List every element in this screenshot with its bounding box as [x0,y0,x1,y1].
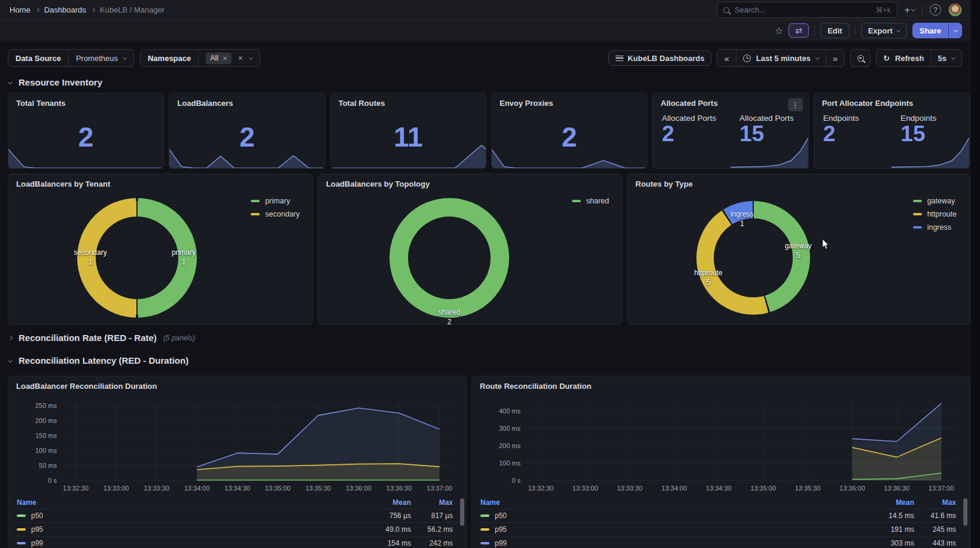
legend-column-name[interactable]: Name [17,498,364,507]
plus-icon: + [905,5,910,16]
series-mean: 154 ms [364,539,411,547]
panel-menu-icon[interactable]: ⋮ [788,98,803,111]
panel-port-allocator-endpoints: Port Allocator Endpoints Endpoints 2 End… [814,93,970,169]
legend-scrollbar[interactable] [460,498,464,526]
panel-envoy-proxies: Envoy Proxies 2 [491,93,647,169]
series-mean: 49.0 ms [364,525,411,534]
legend-item-gateway[interactable]: gateway [913,197,955,205]
export-button[interactable]: Export [861,23,907,38]
section-title: Resource Inventory [19,77,102,87]
star-icon[interactable]: ☆ [775,23,783,38]
datasource-picker: Data Source Prometheus [8,49,134,67]
panel-title[interactable]: Total Tenants [8,93,163,108]
timeseries-chart[interactable]: 13:32:3013:33:0013:33:3013:34:0013:34:30… [8,393,466,496]
series-max: 443 ms [914,539,956,547]
legend-swatch [251,200,260,202]
refresh-icon: ↻ [883,54,890,63]
section-reconciliation-rate[interactable]: Reconciliation Rate (RED - Rate) (5 pane… [0,325,980,348]
panel-title[interactable]: LoadBalancers by Tenant [8,174,312,188]
time-range-button[interactable]: Last 5 minutes [736,50,826,66]
search-input[interactable]: Search... ⌘+k [717,2,897,18]
legend-item-httproute[interactable]: httproute [913,210,957,218]
clear-all-icon[interactable]: × [237,53,244,63]
time-controls: KubeLB Dashboards « Last 5 minutes » ↻ R… [608,49,962,67]
section-reconciliation-latency[interactable]: Reconciliation Latency (RED - Duration) [0,348,980,372]
panel-title[interactable]: Port Allocator Endpoints [814,93,969,108]
refresh-interval-button[interactable]: 5s [931,50,961,66]
datasource-value[interactable]: Prometheus [69,50,133,66]
timeseries-chart[interactable]: 13:32:3013:33:0013:33:3013:34:0013:34:30… [472,393,969,496]
series-max: 41.6 ms [914,512,956,520]
datasource-label: Data Source [8,50,69,66]
legend-row-p99[interactable]: p99303 ms443 ms [480,536,961,548]
legend-row-p99[interactable]: p99154 ms242 ms [17,536,458,548]
series-name: p95 [31,525,43,534]
legend-item-secondary[interactable]: secondary [251,210,300,218]
chevron-right-icon [8,335,13,340]
edit-button[interactable]: Edit [820,23,850,38]
legend-column-mean[interactable]: Mean [364,498,411,507]
svg-text:300 ms: 300 ms [499,425,521,432]
legend-item-primary[interactable]: primary [251,197,290,205]
panel-title[interactable]: LoadBalancers by Topology [318,174,622,188]
svg-text:13:33:30: 13:33:30 [617,485,643,492]
donut-segment-label: httproute5 [694,269,722,288]
user-avatar[interactable] [948,3,962,17]
legend-column-max[interactable]: Max [914,498,956,507]
panel-title[interactable]: Total Routes [331,93,486,108]
page-scrollbar[interactable] [970,0,980,548]
series-mean: 756 µs [364,512,411,520]
breadcrumb-home[interactable]: Home [10,5,31,14]
legend-row-p95[interactable]: p95191 ms245 ms [480,522,961,536]
share-menu-button[interactable] [948,23,962,38]
legend-scrollbar[interactable] [963,498,967,526]
kubelb-dashboards-button[interactable]: KubeLB Dashboards [608,50,712,66]
clock-icon [743,54,751,62]
panel-title[interactable]: Route Reconciliation Duration [472,376,969,391]
chip-remove-icon[interactable]: × [223,54,227,63]
chevron-down-icon[interactable] [249,55,253,59]
divider [922,5,923,15]
legend-swatch [480,542,489,544]
export-label: Export [868,26,893,35]
time-shift-back-button[interactable]: « [717,50,735,66]
legend-item-ingress[interactable]: ingress [913,223,951,232]
legend-column-mean[interactable]: Mean [868,498,914,507]
dynamic-dashboard-toggle[interactable]: ⇄ [789,23,809,38]
legend-item-shared[interactable]: shared [572,197,609,205]
legend-row-p50[interactable]: p5014.5 ms41.6 ms [480,509,961,522]
breadcrumb-dashboards[interactable]: Dashboards [44,5,86,14]
panel-title[interactable]: Envoy Proxies [492,93,647,108]
namespace-label: Namespace [141,50,199,66]
legend-column-max[interactable]: Max [411,498,453,507]
section-title: Reconciliation Latency (RED - Duration) [19,355,188,366]
refresh-button[interactable]: ↻ Refresh [876,50,930,66]
breadcrumb-separator-icon [91,8,95,12]
timeseries-legend: NameMeanMaxp50756 µs817 µsp9549.0 ms56.2… [8,496,466,548]
share-button[interactable]: Share [912,23,948,38]
legend-label: gateway [927,197,955,205]
namespace-chip-all[interactable]: All × [206,53,232,64]
panel-title[interactable]: Allocated Ports [653,93,808,108]
new-button[interactable]: + [905,5,915,16]
legend-row-p50[interactable]: p50756 µs817 µs [17,509,458,522]
legend-column-name[interactable]: Name [480,498,868,507]
chevron-down-icon [911,7,915,11]
refresh-picker: ↻ Refresh 5s [876,49,962,67]
svg-text:13:35:30: 13:35:30 [305,485,331,492]
time-shift-forward-button[interactable]: » [826,50,844,66]
panel-legend: gatewayhttprouteingress [913,197,957,232]
panel-legend: primarysecondary [251,197,300,218]
divider [855,26,856,36]
panel-title[interactable]: LoadBalancers [169,93,324,108]
panel-title[interactable]: LoadBalancer Reconciliation Duration [8,376,466,391]
help-icon[interactable]: ? [930,4,941,16]
panel-title[interactable]: Routes by Type [628,174,969,188]
series-mean: 14.5 ms [868,512,914,520]
legend-label: secondary [265,210,300,218]
legend-swatch [17,542,26,544]
section-resource-inventory[interactable]: Resource Inventory [0,67,980,93]
zoom-out-button[interactable] [850,49,871,67]
legend-swatch [17,514,26,517]
legend-row-p95[interactable]: p9549.0 ms56.2 ms [17,522,458,536]
